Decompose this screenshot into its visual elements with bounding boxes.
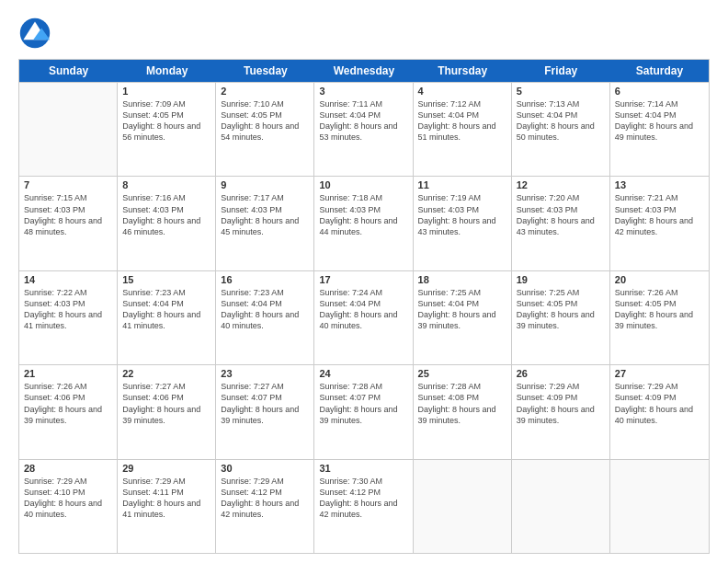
day-info: Sunrise: 7:11 AMSunset: 4:04 PMDaylight:… xyxy=(319,98,407,144)
calendar-cell: 15Sunrise: 7:23 AMSunset: 4:04 PMDayligh… xyxy=(118,271,216,364)
day-number: 5 xyxy=(517,86,605,97)
day-info: Sunrise: 7:29 AMSunset: 4:10 PMDaylight:… xyxy=(24,476,112,521)
day-number: 23 xyxy=(221,368,309,379)
calendar-cell: 17Sunrise: 7:24 AMSunset: 4:04 PMDayligh… xyxy=(314,271,413,364)
weekday-header-sunday: Sunday xyxy=(19,60,118,82)
day-info: Sunrise: 7:14 AMSunset: 4:04 PMDaylight:… xyxy=(615,98,704,144)
calendar-cell: 1Sunrise: 7:09 AMSunset: 4:05 PMDaylight… xyxy=(118,83,216,176)
day-number: 9 xyxy=(221,179,309,190)
header xyxy=(18,17,710,50)
day-number: 16 xyxy=(221,274,309,285)
day-info: Sunrise: 7:18 AMSunset: 4:03 PMDaylight:… xyxy=(319,192,407,237)
day-info: Sunrise: 7:29 AMSunset: 4:09 PMDaylight:… xyxy=(517,381,605,426)
day-number: 6 xyxy=(615,86,704,97)
logo-icon xyxy=(18,17,51,50)
calendar-cell: 3Sunrise: 7:11 AMSunset: 4:04 PMDaylight… xyxy=(314,83,413,176)
page: SundayMondayTuesdayWednesdayThursdayFrid… xyxy=(0,0,728,563)
calendar-cell: 27Sunrise: 7:29 AMSunset: 4:09 PMDayligh… xyxy=(610,365,709,458)
weekday-header-thursday: Thursday xyxy=(414,60,512,82)
day-number: 21 xyxy=(24,368,112,379)
day-info: Sunrise: 7:09 AMSunset: 4:05 PMDaylight:… xyxy=(122,98,210,144)
day-number: 30 xyxy=(221,463,309,474)
day-info: Sunrise: 7:25 AMSunset: 4:04 PMDaylight:… xyxy=(418,287,506,332)
day-number: 28 xyxy=(24,463,112,474)
day-info: Sunrise: 7:15 AMSunset: 4:03 PMDaylight:… xyxy=(24,192,112,237)
day-info: Sunrise: 7:16 AMSunset: 4:03 PMDaylight:… xyxy=(122,192,210,237)
day-info: Sunrise: 7:29 AMSunset: 4:12 PMDaylight:… xyxy=(221,476,309,521)
calendar-cell: 31Sunrise: 7:30 AMSunset: 4:12 PMDayligh… xyxy=(314,460,413,553)
day-info: Sunrise: 7:24 AMSunset: 4:04 PMDaylight:… xyxy=(319,287,407,332)
day-number: 17 xyxy=(319,274,407,285)
day-number: 27 xyxy=(615,368,704,379)
day-number: 19 xyxy=(517,274,605,285)
day-info: Sunrise: 7:29 AMSunset: 4:09 PMDaylight:… xyxy=(615,381,704,426)
calendar-row-4: 28Sunrise: 7:29 AMSunset: 4:10 PMDayligh… xyxy=(19,459,709,553)
day-info: Sunrise: 7:23 AMSunset: 4:04 PMDaylight:… xyxy=(122,287,210,332)
calendar-cell: 4Sunrise: 7:12 AMSunset: 4:04 PMDaylight… xyxy=(414,83,512,176)
calendar-cell: 29Sunrise: 7:29 AMSunset: 4:11 PMDayligh… xyxy=(118,460,216,553)
calendar-cell: 7Sunrise: 7:15 AMSunset: 4:03 PMDaylight… xyxy=(19,177,118,270)
day-number: 24 xyxy=(319,368,407,379)
day-info: Sunrise: 7:28 AMSunset: 4:08 PMDaylight:… xyxy=(418,381,506,426)
calendar-cell xyxy=(512,460,610,553)
calendar-cell xyxy=(414,460,512,553)
calendar-row-0: 1Sunrise: 7:09 AMSunset: 4:05 PMDaylight… xyxy=(19,82,709,176)
day-info: Sunrise: 7:27 AMSunset: 4:07 PMDaylight:… xyxy=(221,381,309,426)
day-number: 1 xyxy=(122,86,210,97)
calendar-cell: 26Sunrise: 7:29 AMSunset: 4:09 PMDayligh… xyxy=(512,365,610,458)
day-info: Sunrise: 7:27 AMSunset: 4:06 PMDaylight:… xyxy=(122,381,210,426)
calendar-cell: 23Sunrise: 7:27 AMSunset: 4:07 PMDayligh… xyxy=(216,365,314,458)
weekday-header-saturday: Saturday xyxy=(610,60,709,82)
day-number: 31 xyxy=(319,463,407,474)
calendar-cell xyxy=(610,460,709,553)
calendar-cell: 2Sunrise: 7:10 AMSunset: 4:05 PMDaylight… xyxy=(216,83,314,176)
calendar-cell xyxy=(19,83,118,176)
day-number: 22 xyxy=(122,368,210,379)
day-number: 4 xyxy=(418,86,506,97)
day-info: Sunrise: 7:21 AMSunset: 4:03 PMDaylight:… xyxy=(615,192,704,237)
day-info: Sunrise: 7:25 AMSunset: 4:05 PMDaylight:… xyxy=(517,287,605,332)
day-number: 15 xyxy=(122,274,210,285)
weekday-header-monday: Monday xyxy=(118,60,216,82)
calendar-cell: 19Sunrise: 7:25 AMSunset: 4:05 PMDayligh… xyxy=(512,271,610,364)
logo xyxy=(18,17,55,50)
day-info: Sunrise: 7:29 AMSunset: 4:11 PMDaylight:… xyxy=(122,476,210,521)
day-info: Sunrise: 7:26 AMSunset: 4:05 PMDaylight:… xyxy=(615,287,704,332)
day-info: Sunrise: 7:19 AMSunset: 4:03 PMDaylight:… xyxy=(418,192,506,237)
day-number: 3 xyxy=(319,86,407,97)
day-number: 10 xyxy=(319,179,407,190)
calendar-cell: 28Sunrise: 7:29 AMSunset: 4:10 PMDayligh… xyxy=(19,460,118,553)
day-number: 20 xyxy=(615,274,704,285)
weekday-header-tuesday: Tuesday xyxy=(216,60,314,82)
day-number: 29 xyxy=(122,463,210,474)
weekday-header-wednesday: Wednesday xyxy=(314,60,413,82)
calendar-cell: 8Sunrise: 7:16 AMSunset: 4:03 PMDaylight… xyxy=(118,177,216,270)
day-number: 26 xyxy=(517,368,605,379)
day-number: 13 xyxy=(615,179,704,190)
day-info: Sunrise: 7:20 AMSunset: 4:03 PMDaylight:… xyxy=(517,192,605,237)
calendar-cell: 5Sunrise: 7:13 AMSunset: 4:04 PMDaylight… xyxy=(512,83,610,176)
calendar-cell: 13Sunrise: 7:21 AMSunset: 4:03 PMDayligh… xyxy=(610,177,709,270)
calendar-body: 1Sunrise: 7:09 AMSunset: 4:05 PMDaylight… xyxy=(19,82,709,553)
day-info: Sunrise: 7:23 AMSunset: 4:04 PMDaylight:… xyxy=(221,287,309,332)
day-info: Sunrise: 7:13 AMSunset: 4:04 PMDaylight:… xyxy=(517,98,605,144)
day-info: Sunrise: 7:30 AMSunset: 4:12 PMDaylight:… xyxy=(319,476,407,521)
calendar-cell: 9Sunrise: 7:17 AMSunset: 4:03 PMDaylight… xyxy=(216,177,314,270)
weekday-header-friday: Friday xyxy=(512,60,610,82)
day-number: 14 xyxy=(24,274,112,285)
calendar-row-1: 7Sunrise: 7:15 AMSunset: 4:03 PMDaylight… xyxy=(19,176,709,270)
day-info: Sunrise: 7:10 AMSunset: 4:05 PMDaylight:… xyxy=(221,98,309,144)
calendar-cell: 21Sunrise: 7:26 AMSunset: 4:06 PMDayligh… xyxy=(19,365,118,458)
calendar-cell: 22Sunrise: 7:27 AMSunset: 4:06 PMDayligh… xyxy=(118,365,216,458)
day-number: 8 xyxy=(122,179,210,190)
calendar-cell: 18Sunrise: 7:25 AMSunset: 4:04 PMDayligh… xyxy=(414,271,512,364)
calendar-cell: 6Sunrise: 7:14 AMSunset: 4:04 PMDaylight… xyxy=(610,83,709,176)
day-number: 7 xyxy=(24,179,112,190)
day-number: 12 xyxy=(517,179,605,190)
calendar-row-3: 21Sunrise: 7:26 AMSunset: 4:06 PMDayligh… xyxy=(19,364,709,458)
calendar-cell: 30Sunrise: 7:29 AMSunset: 4:12 PMDayligh… xyxy=(216,460,314,553)
calendar-cell: 20Sunrise: 7:26 AMSunset: 4:05 PMDayligh… xyxy=(610,271,709,364)
calendar-cell: 16Sunrise: 7:23 AMSunset: 4:04 PMDayligh… xyxy=(216,271,314,364)
calendar-row-2: 14Sunrise: 7:22 AMSunset: 4:03 PMDayligh… xyxy=(19,270,709,364)
day-number: 25 xyxy=(418,368,506,379)
